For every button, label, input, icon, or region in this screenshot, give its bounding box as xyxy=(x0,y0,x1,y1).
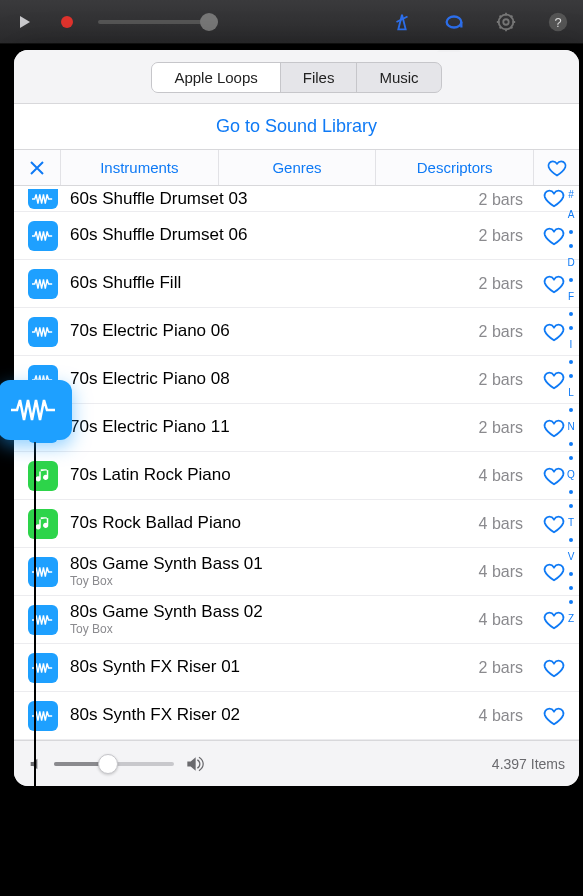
audio-loop-icon xyxy=(28,269,58,299)
favorite-heart-icon[interactable] xyxy=(541,369,567,391)
help-icon[interactable]: ? xyxy=(541,8,575,36)
loop-bars: 4 bars xyxy=(479,563,523,581)
loop-text: 80s Synth FX Riser 02 xyxy=(70,706,467,725)
loop-title: 60s Shuffle Drumset 03 xyxy=(70,190,467,209)
favorite-heart-icon[interactable] xyxy=(541,705,567,727)
svg-text:?: ? xyxy=(554,14,561,29)
segment-music[interactable]: Music xyxy=(357,63,440,92)
loop-bars: 2 bars xyxy=(479,191,523,209)
loop-bars: 2 bars xyxy=(479,371,523,389)
favorite-heart-icon[interactable] xyxy=(541,561,567,583)
loop-row[interactable]: 70s Electric Piano 112 bars xyxy=(14,404,579,452)
filter-tabs: Instruments Genres Descriptors xyxy=(14,150,579,186)
midi-loop-icon xyxy=(28,461,58,491)
loop-row[interactable]: 80s Synth FX Riser 012 bars xyxy=(14,644,579,692)
loop-text: 80s Game Synth Bass 01Toy Box xyxy=(70,555,467,589)
loop-bars: 2 bars xyxy=(479,659,523,677)
loop-title: 70s Electric Piano 08 xyxy=(70,370,467,389)
loop-bars: 4 bars xyxy=(479,515,523,533)
loop-text: 70s Rock Ballad Piano xyxy=(70,514,467,533)
audio-loop-icon xyxy=(28,701,58,731)
top-slider[interactable] xyxy=(98,20,218,24)
volume-low-icon xyxy=(28,756,44,772)
loop-text: 60s Shuffle Drumset 03 xyxy=(70,190,467,209)
dragged-loop-tile[interactable] xyxy=(0,380,72,440)
loop-row[interactable]: 70s Latin Rock Piano4 bars xyxy=(14,452,579,500)
loop-subtitle: Toy Box xyxy=(70,574,467,588)
loop-row[interactable]: 70s Electric Piano 062 bars xyxy=(14,308,579,356)
item-count: 4.397 Items xyxy=(492,756,565,772)
loop-bars: 4 bars xyxy=(479,611,523,629)
svg-point-3 xyxy=(503,19,509,25)
filter-favorites[interactable] xyxy=(533,150,579,185)
loop-text: 70s Electric Piano 08 xyxy=(70,370,467,389)
top-toolbar: ? xyxy=(0,0,583,44)
browser-footer: 4.397 Items xyxy=(14,740,579,786)
audio-loop-icon xyxy=(28,605,58,635)
record-button[interactable] xyxy=(50,8,84,36)
loop-row[interactable]: 80s Game Synth Bass 01Toy Box4 bars xyxy=(14,548,579,596)
segmented-control[interactable]: Apple Loops Files Music xyxy=(151,62,441,93)
loop-title: 60s Shuffle Drumset 06 xyxy=(70,226,467,245)
loop-title: 70s Electric Piano 11 xyxy=(70,418,467,437)
volume-high-icon xyxy=(184,754,204,774)
loop-bars: 2 bars xyxy=(479,275,523,293)
loop-title: 80s Synth FX Riser 02 xyxy=(70,706,467,725)
loop-row[interactable]: 60s Shuffle Drumset 062 bars xyxy=(14,212,579,260)
loop-title: 80s Synth FX Riser 01 xyxy=(70,658,467,677)
favorite-heart-icon[interactable] xyxy=(541,417,567,439)
loop-bars: 2 bars xyxy=(479,323,523,341)
filter-genres[interactable]: Genres xyxy=(218,150,376,185)
loop-text: 80s Game Synth Bass 02Toy Box xyxy=(70,603,467,637)
favorite-heart-icon[interactable] xyxy=(541,609,567,631)
popover-arrow xyxy=(437,50,461,52)
loop-row[interactable]: 80s Synth FX Riser 024 bars xyxy=(14,692,579,740)
loop-row[interactable]: 60s Shuffle Fill2 bars xyxy=(14,260,579,308)
loop-browser-icon[interactable] xyxy=(437,8,471,36)
loop-bars: 4 bars xyxy=(479,707,523,725)
audio-loop-icon xyxy=(28,189,58,209)
favorite-heart-icon[interactable] xyxy=(541,657,567,679)
sound-library-link[interactable]: Go to Sound Library xyxy=(14,104,579,150)
svg-point-1 xyxy=(447,16,462,27)
loop-row[interactable]: 80s Game Synth Bass 02Toy Box4 bars xyxy=(14,596,579,644)
play-button[interactable] xyxy=(8,8,42,36)
loop-row[interactable]: 70s Rock Ballad Piano4 bars xyxy=(14,500,579,548)
favorite-heart-icon[interactable] xyxy=(541,321,567,343)
loop-bars: 4 bars xyxy=(479,467,523,485)
favorite-heart-icon[interactable] xyxy=(541,225,567,247)
audio-loop-icon xyxy=(28,557,58,587)
loop-text: 70s Electric Piano 06 xyxy=(70,322,467,341)
settings-icon[interactable] xyxy=(489,8,523,36)
loop-title: 80s Game Synth Bass 01 xyxy=(70,555,467,574)
filter-instruments[interactable]: Instruments xyxy=(60,150,218,185)
audio-loop-icon xyxy=(28,653,58,683)
loop-row[interactable]: 70s Electric Piano 082 bars xyxy=(14,356,579,404)
favorite-heart-icon[interactable] xyxy=(541,187,567,209)
svg-point-0 xyxy=(61,16,73,28)
midi-loop-icon xyxy=(28,509,58,539)
callout-line xyxy=(34,442,36,872)
loop-bars: 2 bars xyxy=(479,419,523,437)
metronome-icon[interactable] xyxy=(385,8,419,36)
loop-text: 80s Synth FX Riser 01 xyxy=(70,658,467,677)
segment-bar: Apple Loops Files Music xyxy=(14,50,579,104)
loop-text: 60s Shuffle Drumset 06 xyxy=(70,226,467,245)
segment-apple-loops[interactable]: Apple Loops xyxy=(152,63,280,92)
favorite-heart-icon[interactable] xyxy=(541,513,567,535)
loop-subtitle: Toy Box xyxy=(70,622,467,636)
loop-title: 70s Electric Piano 06 xyxy=(70,322,467,341)
segment-files[interactable]: Files xyxy=(281,63,358,92)
loop-title: 60s Shuffle Fill xyxy=(70,274,467,293)
favorite-heart-icon[interactable] xyxy=(541,273,567,295)
loop-text: 70s Latin Rock Piano xyxy=(70,466,467,485)
loop-row[interactable]: 60s Shuffle Drumset 032 bars xyxy=(14,186,579,212)
loop-list[interactable]: 60s Shuffle Drumset 032 bars60s Shuffle … xyxy=(14,186,579,740)
loop-browser-popover: Apple Loops Files Music Go to Sound Libr… xyxy=(14,50,579,786)
favorite-heart-icon[interactable] xyxy=(541,465,567,487)
audio-loop-icon xyxy=(28,221,58,251)
filter-descriptors[interactable]: Descriptors xyxy=(375,150,533,185)
volume-slider[interactable] xyxy=(54,762,174,766)
audio-loop-icon xyxy=(28,317,58,347)
close-filters-button[interactable] xyxy=(14,150,60,185)
